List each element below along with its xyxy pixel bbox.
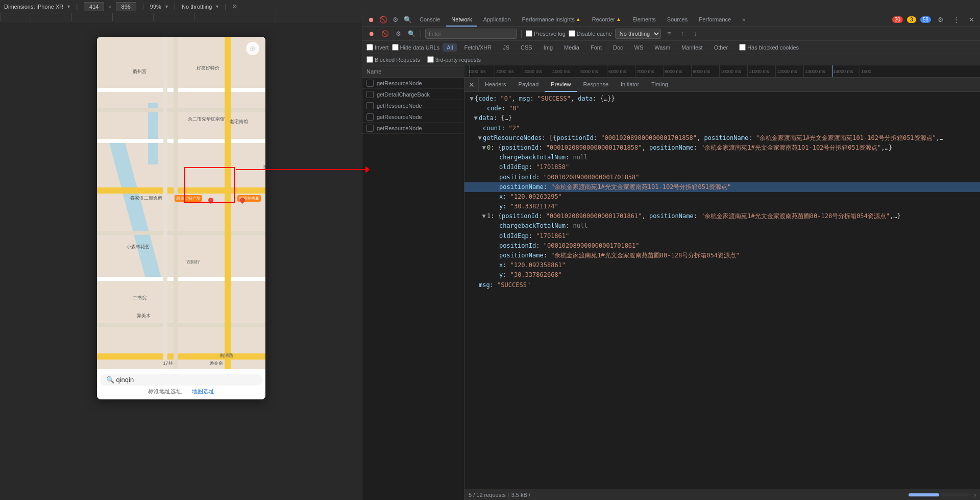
tab-preview[interactable]: Preview <box>545 78 577 92</box>
map-address-label[interactable]: 地图选址 <box>192 388 214 395</box>
experimental-icon2: ▲ <box>616 16 621 22</box>
detail-close-btn[interactable]: ✕ <box>464 78 479 92</box>
filter-css[interactable]: CSS <box>517 43 536 52</box>
tick-4: 5000 ms <box>579 65 607 77</box>
request-2[interactable]: getResourceNode <box>362 100 464 111</box>
tab-initiator[interactable]: Initiator <box>615 78 645 92</box>
export-btn[interactable]: ↓ <box>691 29 701 39</box>
filter-font[interactable]: Font <box>586 43 606 52</box>
filter-media[interactable]: Media <box>560 43 583 52</box>
hide-data-urls-checkbox[interactable] <box>392 44 399 51</box>
search-network-btn[interactable]: 🔍 <box>406 29 416 39</box>
json-line-18: y : "30.337862668" <box>464 270 980 280</box>
timeline-header: 1000 ms 2000 ms 3000 ms 4000 ms 5000 ms … <box>464 65 980 77</box>
device-selector-arrow[interactable]: ▾ <box>67 4 70 9</box>
tick-8: 9000 ms <box>691 65 719 77</box>
settings-icon-btn[interactable]: ⚙ <box>935 14 946 26</box>
filter-img[interactable]: Img <box>540 43 557 52</box>
network-toolbar: ⏺ 🚫 ⚙ 🔍 Preserve log Disable cache No th… <box>362 27 980 41</box>
zoom-arrow[interactable]: ▾ <box>165 4 168 9</box>
request-4[interactable]: getResourceNode <box>362 123 464 134</box>
preserve-log-checkbox[interactable] <box>526 30 532 37</box>
network-conditions-btn[interactable]: ≡ <box>664 29 674 39</box>
height-input[interactable] <box>116 2 136 11</box>
map-label-4: 余二市先华红南馆 <box>188 116 225 123</box>
search-icon-btn[interactable]: 🔍 <box>402 14 413 26</box>
tab-application[interactable]: Application <box>478 13 516 27</box>
timeline-marker-green <box>470 65 470 77</box>
tab-performance[interactable]: Performance <box>694 13 736 27</box>
import-btn[interactable]: ↑ <box>677 29 688 39</box>
throttle-arrow[interactable]: ▾ <box>216 4 218 9</box>
tick-1: 2000 ms <box>495 65 523 77</box>
invert-check[interactable]: Invert <box>366 44 389 51</box>
request-0[interactable]: getResourceNode <box>362 78 464 89</box>
standard-address-label[interactable]: 标准地址选址 <box>148 388 182 395</box>
filter-manifest[interactable]: Manifest <box>677 43 707 52</box>
mobile-frame: 好友好特价 衢州营 余二市先华红南馆 老宅南馆 东栏 烹饪尚 眷家淮二期逸所 小… <box>97 37 265 399</box>
record-button[interactable]: ⏺ <box>365 14 377 26</box>
disable-cache-checkbox[interactable] <box>569 30 575 37</box>
tab-elements[interactable]: Elements <box>627 13 661 27</box>
filter-fetch-xhr[interactable]: Fetch/XHR <box>460 43 496 52</box>
more-icon-btn[interactable]: ⋮ <box>950 14 962 26</box>
tab-console[interactable]: Console <box>414 13 445 27</box>
ruler-tick <box>112 13 153 21</box>
blocked-requests-checkbox[interactable] <box>366 56 373 63</box>
json-line-0: ▼ { code : "0" , msg : "SUCCESS" , data … <box>464 94 980 104</box>
tab-response[interactable]: Response <box>577 78 615 92</box>
throttle-selector[interactable]: No throttling <box>182 4 212 10</box>
preserve-log-check[interactable]: Preserve log <box>526 30 566 37</box>
ruler-tick <box>153 13 194 21</box>
filter-input[interactable] <box>425 29 517 39</box>
device-selector-label[interactable]: Dimensions: iPhone XR <box>4 4 63 10</box>
filter-other[interactable]: Other <box>710 43 732 52</box>
width-input[interactable] <box>84 2 104 11</box>
tab-timing[interactable]: Timing <box>645 78 674 92</box>
mobile-bottom-links: 标准地址选址 地图选址 <box>148 388 214 395</box>
record-network-btn[interactable]: ⏺ <box>366 29 377 39</box>
warning-badge: 3 <box>907 16 916 23</box>
map-label-13: 南湖路 <box>219 352 233 359</box>
blocked-requests-check[interactable]: Blocked Requests <box>366 56 420 63</box>
has-blocked-cookies-check[interactable]: Has blocked cookies <box>739 44 799 51</box>
toggle-0[interactable]: ▼ <box>469 94 475 104</box>
throttle-dropdown[interactable]: No throttling <box>615 29 661 39</box>
zoom-selector[interactable]: 99% <box>150 4 161 10</box>
filter-wasm[interactable]: Wasm <box>650 43 674 52</box>
tab-network[interactable]: Network <box>446 13 477 27</box>
clear-button[interactable]: 🚫 <box>378 14 389 26</box>
tick-11: 12000 ms <box>775 65 803 77</box>
tab-recorder[interactable]: Recorder ▲ <box>587 13 626 27</box>
filter-js[interactable]: JS <box>499 43 513 52</box>
tab-more[interactable]: » <box>737 13 750 27</box>
scroll-right-btn[interactable]: › <box>974 492 976 498</box>
compass: ⊕ <box>246 42 259 55</box>
water-body2 <box>148 103 158 164</box>
third-party-check[interactable]: 3rd-party requests <box>427 56 481 63</box>
invert-checkbox[interactable] <box>366 44 373 51</box>
filter-all[interactable]: All <box>443 43 457 52</box>
ruler-tick <box>276 13 316 21</box>
ruler-tick <box>71 13 112 21</box>
hide-data-urls-check[interactable]: Hide data URLs <box>392 44 440 51</box>
tab-payload[interactable]: Payload <box>512 78 545 92</box>
filter-ws[interactable]: WS <box>630 43 648 52</box>
clear-network-btn[interactable]: 🚫 <box>380 29 390 39</box>
request-1[interactable]: getDetailChargeBack <box>362 89 464 100</box>
json-line-7: oldIdEqp : "1701858" <box>464 162 980 172</box>
filter-doc[interactable]: Doc <box>609 43 627 52</box>
filter-icon-btn[interactable]: ⚙ <box>390 14 401 26</box>
request-3[interactable]: getResourceNode <box>362 111 464 123</box>
tab-sources[interactable]: Sources <box>662 13 693 27</box>
filter-network-btn[interactable]: ⚙ <box>393 29 403 39</box>
close-icon-btn[interactable]: ✕ <box>966 14 977 26</box>
third-party-checkbox[interactable] <box>427 56 434 63</box>
top-bar: Dimensions: iPhone XR ▾ | × | 99% ▾ | No… <box>0 0 980 13</box>
tab-headers[interactable]: Headers <box>479 78 512 92</box>
search-input-row[interactable]: 🔍 qinqin <box>100 374 262 386</box>
tab-performance-insights[interactable]: Performance insights ▲ <box>517 13 586 27</box>
json-line-15: positionId : "000102089000000001701861" <box>464 241 980 251</box>
disable-cache-check[interactable]: Disable cache <box>569 30 612 37</box>
has-blocked-cookies-checkbox[interactable] <box>739 44 746 51</box>
